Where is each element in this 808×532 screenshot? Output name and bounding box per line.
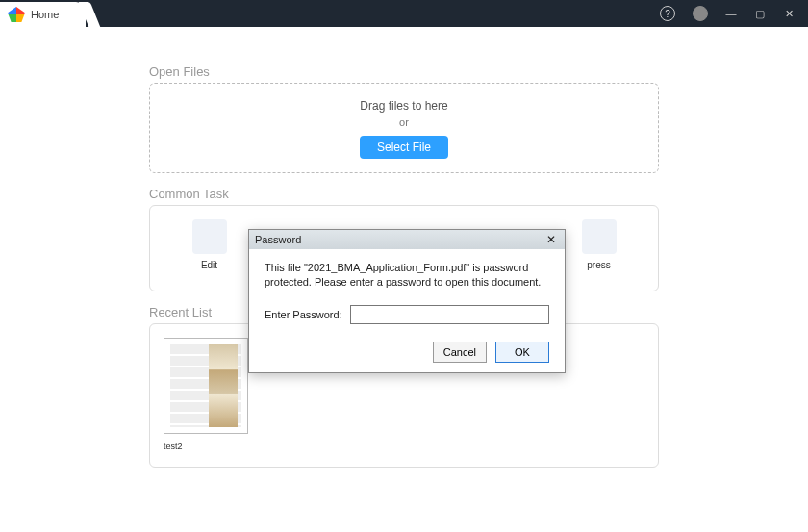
dialog-title: Password — [255, 234, 301, 245]
close-icon[interactable]: ✕ — [543, 233, 559, 246]
tab-home[interactable]: Home — [0, 2, 86, 27]
close-window-button[interactable]: ✕ — [783, 8, 795, 20]
dialog-message: This file "2021_BMA_Application_Form.pdf… — [265, 261, 549, 290]
ok-button[interactable]: OK — [495, 342, 549, 363]
main-content: Open Files Drag files to here or Select … — [0, 27, 808, 532]
user-avatar-icon[interactable] — [693, 6, 708, 21]
password-dialog: Password ✕ This file "2021_BMA_Applicati… — [248, 229, 566, 373]
titlebar: Home ? — ▢ ✕ — [0, 0, 808, 27]
modal-overlay: Password ✕ This file "2021_BMA_Applicati… — [0, 27, 808, 532]
titlebar-controls: ? — ▢ ✕ — [660, 6, 808, 21]
dialog-titlebar[interactable]: Password ✕ — [249, 230, 565, 249]
password-label: Enter Password: — [265, 309, 342, 320]
tab-label: Home — [31, 9, 59, 20]
help-icon[interactable]: ? — [660, 6, 675, 21]
maximize-button[interactable]: ▢ — [754, 8, 766, 20]
cancel-button[interactable]: Cancel — [433, 342, 487, 363]
app-logo-icon — [8, 6, 25, 23]
password-input[interactable] — [350, 305, 549, 324]
minimize-button[interactable]: — — [725, 8, 737, 19]
